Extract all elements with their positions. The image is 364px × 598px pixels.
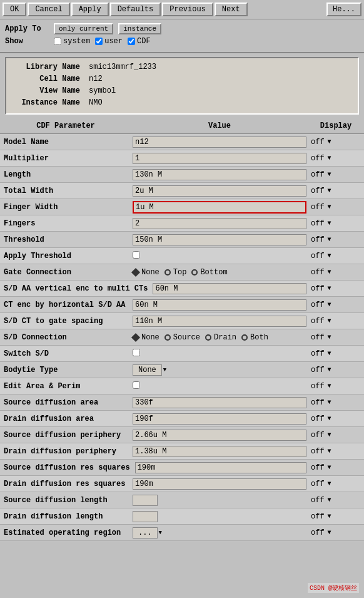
cdf-checkbox-item: CDF <box>128 37 151 46</box>
param-value-cell[interactable] <box>151 282 308 295</box>
param-display-cell: off▼ <box>308 202 364 212</box>
param-value-cell[interactable] <box>131 152 308 165</box>
param-text-small-input[interactable] <box>133 511 158 522</box>
cdf-checkbox[interactable] <box>128 38 135 45</box>
param-text-input[interactable] <box>133 316 306 327</box>
param-name-cell: Drain diffusion res squares <box>0 478 131 490</box>
param-value-cell[interactable] <box>131 494 308 507</box>
param-checkbox[interactable] <box>133 251 140 259</box>
display-dropdown-icon[interactable]: ▼ <box>328 138 331 145</box>
display-dropdown-icon[interactable]: ▼ <box>328 204 331 210</box>
param-value-cell[interactable] <box>131 445 308 458</box>
table-row: Source diffusion peripheryoff▼ <box>0 427 364 443</box>
param-value-cell[interactable] <box>131 396 308 409</box>
cancel-button[interactable]: Cancel <box>28 3 69 16</box>
param-text-input[interactable] <box>133 430 306 441</box>
param-text-input[interactable] <box>133 169 306 180</box>
param-text-input[interactable] <box>133 234 306 245</box>
display-dropdown-icon[interactable]: ▼ <box>328 301 331 308</box>
radio-item[interactable]: Source <box>164 333 200 342</box>
param-value-cell[interactable] <box>131 429 308 441</box>
radio-item[interactable]: Drain <box>205 333 236 342</box>
display-dropdown-icon[interactable]: ▼ <box>328 171 331 178</box>
param-value-cell[interactable] <box>131 510 308 523</box>
ok-button[interactable]: OK <box>3 3 26 16</box>
param-text-input[interactable] <box>153 283 306 294</box>
display-dropdown-icon[interactable]: ▼ <box>328 252 331 259</box>
display-dropdown-icon[interactable]: ▼ <box>328 383 331 389</box>
param-value-cell[interactable] <box>134 461 308 474</box>
previous-button[interactable]: Previous <box>162 3 213 16</box>
param-text-input[interactable] <box>133 446 306 457</box>
radio-item[interactable]: Bottom <box>191 268 227 277</box>
param-text-small-input[interactable] <box>133 495 158 506</box>
param-value-cell[interactable] <box>131 299 308 311</box>
param-value-cell[interactable] <box>131 315 308 327</box>
display-dropdown-icon[interactable]: ▼ <box>328 448 331 455</box>
next-button[interactable]: Next <box>215 3 248 16</box>
display-dropdown-icon[interactable]: ▼ <box>328 187 331 194</box>
help-button[interactable]: He... <box>326 3 361 16</box>
param-text-input[interactable] <box>133 185 306 197</box>
display-dropdown-icon[interactable]: ▼ <box>328 399 331 406</box>
display-dropdown-icon[interactable]: ▼ <box>328 236 331 243</box>
user-checkbox[interactable] <box>95 38 103 45</box>
radio-item[interactable]: None <box>133 333 159 342</box>
display-dropdown-icon[interactable]: ▼ <box>328 497 331 503</box>
radio-item[interactable]: Both <box>241 333 268 342</box>
param-value-cell[interactable] <box>131 234 308 246</box>
display-dropdown-icon[interactable]: ▼ <box>328 317 331 324</box>
param-checkbox[interactable] <box>133 381 140 389</box>
display-dropdown-icon[interactable]: ▼ <box>328 529 331 536</box>
instance-dropdown[interactable]: instance <box>118 23 161 34</box>
param-name-cell: Threshold <box>0 234 131 245</box>
param-value-cell[interactable] <box>131 217 308 230</box>
radio-group: NoneTopBottom <box>133 267 306 278</box>
display-dropdown-icon[interactable]: ▼ <box>328 480 331 487</box>
display-dropdown-icon[interactable]: ▼ <box>328 415 331 422</box>
param-value-cell[interactable] <box>131 200 308 214</box>
dropdown-button[interactable]: None <box>133 364 162 376</box>
only-current-dropdown[interactable]: only current <box>54 23 113 34</box>
display-dropdown-icon[interactable]: ▼ <box>328 285 331 292</box>
param-value-cell[interactable] <box>131 168 308 181</box>
system-checkbox[interactable] <box>54 38 61 45</box>
display-dropdown-icon[interactable]: ▼ <box>328 431 331 438</box>
display-value: off <box>309 528 326 538</box>
circle-radio-icon <box>164 334 171 341</box>
radio-label: Top <box>173 268 187 277</box>
display-dropdown-icon[interactable]: ▼ <box>328 350 331 357</box>
dropdown-small-button[interactable]: ... <box>133 527 158 539</box>
param-checkbox[interactable] <box>133 349 140 356</box>
display-dropdown-icon[interactable]: ▼ <box>328 366 331 373</box>
display-value: off <box>309 235 326 245</box>
param-text-input[interactable] <box>133 478 306 490</box>
param-text-input[interactable] <box>133 153 306 164</box>
param-value-cell[interactable] <box>131 185 308 197</box>
radio-item[interactable]: None <box>133 268 159 277</box>
display-dropdown-icon[interactable]: ▼ <box>328 334 331 341</box>
param-name-cell: Multiplier <box>0 153 131 164</box>
display-dropdown-icon[interactable]: ▼ <box>328 155 331 162</box>
display-dropdown-icon[interactable]: ▼ <box>328 464 331 471</box>
display-value: off <box>309 414 326 424</box>
display-dropdown-icon[interactable]: ▼ <box>328 269 331 276</box>
param-text-input[interactable] <box>135 462 306 473</box>
defaults-button[interactable]: Defaults <box>110 3 161 16</box>
apply-button[interactable]: Apply <box>71 3 109 16</box>
param-text-input[interactable] <box>133 218 306 229</box>
param-value-cell[interactable] <box>131 136 308 148</box>
display-dropdown-icon[interactable]: ▼ <box>328 220 331 227</box>
display-value: off <box>309 446 326 456</box>
param-text-input[interactable] <box>133 299 306 311</box>
param-text-input[interactable] <box>133 137 306 148</box>
param-value-cell[interactable] <box>131 413 308 425</box>
param-value-cell[interactable] <box>131 478 308 490</box>
param-value-cell: NoneTopBottom <box>131 266 308 279</box>
param-text-input[interactable] <box>133 413 306 425</box>
display-dropdown-icon[interactable]: ▼ <box>328 513 331 520</box>
param-display-cell: off▼ <box>308 414 364 424</box>
param-text-input[interactable] <box>133 201 306 214</box>
param-text-input[interactable] <box>133 397 306 408</box>
radio-item[interactable]: Top <box>164 268 187 277</box>
